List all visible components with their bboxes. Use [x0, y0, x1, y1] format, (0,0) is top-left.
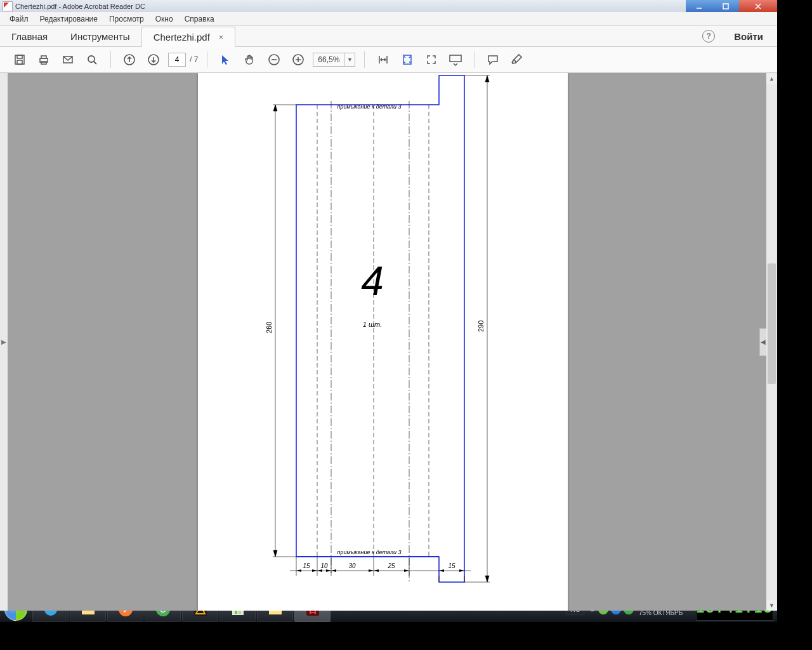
document-viewport[interactable]: 260 290 примыкание к детали 3 примыкание…	[8, 73, 766, 611]
app-icon	[3, 1, 13, 11]
menu-edit[interactable]: Редактирование	[34, 13, 103, 25]
dim-b1: 10	[320, 562, 328, 569]
svg-point-8	[88, 56, 95, 62]
dim-right-label: 290	[477, 321, 485, 332]
select-tool-icon[interactable]	[218, 52, 233, 67]
menu-help[interactable]: Справка	[179, 13, 220, 25]
menu-file[interactable]: Файл	[4, 13, 34, 25]
svg-marker-28	[485, 76, 489, 82]
scroll-up-icon[interactable]: ▲	[766, 73, 777, 84]
pdf-page: 260 290 примыкание к детали 3 примыкание…	[198, 73, 568, 611]
note-top: примыкание к детали 3	[337, 103, 401, 110]
chevron-down-icon: ▼	[344, 53, 355, 66]
svg-rect-0	[723, 4, 728, 9]
dim-b2: 30	[348, 562, 356, 569]
vertical-scrollbar[interactable]: ▲ ▼	[766, 73, 777, 611]
svg-marker-43	[369, 569, 374, 572]
svg-rect-2	[17, 55, 22, 58]
menubar: Файл Редактирование Просмотр Окно Справк…	[0, 12, 777, 26]
zoom-dropdown[interactable]: 66,5% ▼	[313, 53, 355, 67]
zoom-in-icon[interactable]	[291, 52, 306, 67]
svg-marker-45	[404, 569, 409, 572]
login-button[interactable]: Войти	[720, 26, 777, 46]
dim-left-label: 260	[265, 322, 273, 333]
svg-marker-46	[439, 569, 444, 572]
svg-marker-24	[273, 550, 277, 557]
svg-marker-23	[273, 105, 277, 111]
svg-marker-40	[317, 569, 322, 572]
hand-tool-icon[interactable]	[242, 52, 258, 67]
comment-icon[interactable]	[485, 52, 501, 67]
dim-b0: 15	[303, 562, 310, 569]
mail-icon[interactable]	[60, 52, 75, 67]
window-title: Chertezhi.pdf - Adobe Acrobat Reader DC	[15, 3, 145, 10]
svg-rect-14	[450, 55, 461, 62]
qty-label: 1 шт.	[363, 321, 382, 328]
fullscreen-icon[interactable]	[424, 52, 439, 67]
part-number: 4	[361, 258, 384, 304]
dim-b4: 15	[448, 562, 455, 569]
page-total-label: / 7	[190, 55, 198, 64]
page-down-icon[interactable]	[146, 52, 161, 67]
page-up-icon[interactable]	[122, 52, 137, 67]
tab-close-icon[interactable]: ×	[219, 32, 224, 42]
note-bottom: примыкание к детали 3	[337, 549, 401, 555]
svg-marker-44	[374, 569, 379, 572]
titlebar: Chertezhi.pdf - Adobe Acrobat Reader DC	[0, 0, 777, 12]
svg-marker-41	[326, 569, 331, 572]
tab-document-label: Chertezhi.pdf	[154, 32, 210, 43]
svg-rect-5	[41, 56, 46, 58]
window-close-button[interactable]	[739, 0, 777, 12]
tab-document[interactable]: Chertezhi.pdf ×	[141, 27, 236, 47]
menu-view[interactable]: Просмотр	[103, 13, 150, 25]
svg-marker-42	[331, 569, 336, 572]
page-number-input[interactable]	[168, 53, 186, 67]
fit-page-icon[interactable]	[400, 52, 415, 67]
dim-b3: 25	[387, 562, 395, 569]
sign-icon[interactable]	[509, 52, 525, 67]
svg-marker-47	[459, 569, 464, 572]
nav-pane-toggle[interactable]: ▶	[0, 73, 8, 611]
help-button[interactable]: ?	[697, 26, 720, 46]
zoom-value: 66,5%	[313, 55, 344, 64]
svg-rect-6	[41, 62, 46, 64]
save-icon[interactable]	[12, 52, 27, 67]
read-mode-icon[interactable]	[448, 52, 463, 67]
window-maximize-button[interactable]	[712, 0, 739, 12]
svg-rect-3	[17, 60, 22, 64]
zoom-out-icon[interactable]	[266, 52, 282, 67]
svg-marker-39	[312, 569, 317, 572]
fit-width-icon[interactable]	[376, 52, 391, 67]
tools-pane-toggle[interactable]: ◀	[759, 328, 766, 356]
svg-marker-38	[296, 569, 301, 572]
menu-window[interactable]: Окно	[150, 13, 179, 25]
svg-marker-29	[485, 576, 489, 582]
print-icon[interactable]	[36, 52, 51, 67]
page-indicator: / 7	[168, 53, 198, 67]
scroll-thumb[interactable]	[768, 263, 776, 384]
tab-tools[interactable]: Инструменты	[59, 26, 141, 46]
window-minimize-button[interactable]	[686, 0, 712, 12]
svg-rect-1	[15, 55, 24, 64]
scroll-down-icon[interactable]: ▼	[766, 600, 777, 611]
document-tabs: Главная Инструменты Chertezhi.pdf × ? Во…	[0, 26, 777, 47]
search-icon[interactable]	[84, 52, 100, 67]
toolbar: / 7 66,5% ▼	[0, 47, 777, 73]
tab-home[interactable]: Главная	[0, 26, 59, 46]
